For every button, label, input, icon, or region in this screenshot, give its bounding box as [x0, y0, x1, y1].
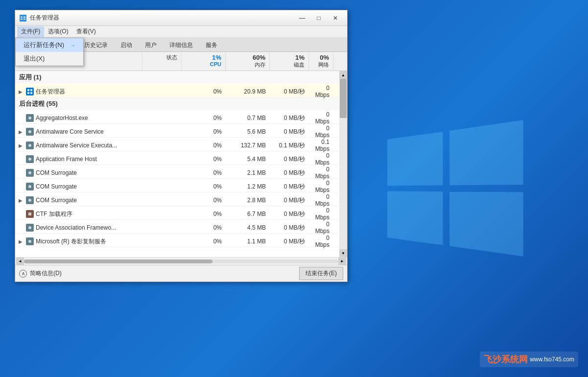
scroll-track[interactable] — [339, 79, 347, 249]
process-name-label: COM Surrogate — [36, 197, 77, 204]
svg-rect-5 — [27, 89, 29, 91]
network-cell: 0 Mbps — [309, 84, 333, 99]
table-container: 应用 (1) ▶ 任务管理器 0 — [15, 71, 347, 257]
table-row[interactable]: ▶ Antimalware Service Executa... 0% 132.… — [15, 138, 347, 151]
brief-info-button[interactable]: ∧ 简略信息(D) — [19, 269, 62, 278]
horizontal-scrollbar[interactable]: ◄ ► — [15, 257, 347, 265]
maximize-button[interactable]: □ — [311, 13, 327, 23]
statusbar: ∧ 简略信息(D) 结束任务(E) — [15, 265, 347, 282]
memory-cell: 2.8 MB — [226, 196, 270, 205]
expand-icon[interactable]: ▶ — [17, 143, 24, 148]
menu-view[interactable]: 查看(V) — [72, 26, 100, 37]
svg-point-10 — [28, 130, 31, 133]
process-name-label: COM Surrogate — [36, 169, 77, 176]
col-cpu[interactable]: 1% CPU — [182, 52, 226, 71]
cpu-cell: 0% — [182, 168, 226, 177]
table-row[interactable]: ▶ Antimalware Core Service 0% 5.6 MB 0 M… — [15, 124, 347, 138]
process-name-label: Microsoft (R) 卷影复制服务 — [36, 237, 106, 246]
process-icon — [26, 183, 34, 190]
table-row[interactable]: ▶ COM Surrogate 0% 2.8 MB 0 MB/秒 0 Mbps — [15, 192, 347, 206]
tab-users[interactable]: 用户 — [139, 39, 163, 51]
tab-startup[interactable]: 启动 — [114, 39, 139, 51]
memory-cell: 20.9 MB — [226, 87, 270, 96]
hscroll-track[interactable] — [24, 259, 338, 263]
hscroll-right-button[interactable]: ► — [338, 258, 346, 265]
tab-details[interactable]: 详细信息 — [163, 39, 199, 51]
cpu-cell: 0% — [182, 87, 226, 96]
svg-rect-16 — [28, 212, 31, 215]
minimize-button[interactable]: — — [294, 13, 310, 23]
process-icon — [26, 128, 34, 136]
scroll-thumb[interactable] — [340, 79, 347, 118]
disk-cell: 0.1 MB/秒 — [270, 141, 309, 151]
run-new-task-item[interactable]: 运行新任务(N) → — [16, 38, 83, 52]
brief-info-label: 简略信息(D) — [30, 269, 62, 278]
memory-cell: 0.7 MB — [226, 114, 270, 122]
hscroll-thumb[interactable] — [24, 259, 212, 263]
process-table: 应用 (1) ▶ 任务管理器 0 — [15, 71, 347, 257]
table-row[interactable]: ▶ COM Surrogate 0% 2.1 MB 0 MB/秒 0 Mbps — [15, 165, 347, 179]
memory-cell: 4.5 MB — [226, 223, 270, 232]
svg-rect-0 — [20, 15, 26, 22]
table-row[interactable]: ▶ COM Surrogate 0% 1.2 MB 0 MB/秒 0 Mbps — [15, 179, 347, 192]
disk-cell: 0 MB/秒 — [270, 182, 309, 192]
table-row[interactable]: ▶ CTF 加载程序 0% 6.7 MB 0 MB/秒 0 Mbps — [15, 206, 347, 220]
memory-cell: 132.7 MB — [226, 141, 270, 150]
file-dropdown: 运行新任务(N) → 退出(X) — [15, 38, 84, 66]
memory-cell: 2.1 MB — [226, 168, 270, 177]
svg-rect-6 — [30, 89, 32, 91]
close-button[interactable]: ✕ — [328, 13, 343, 23]
table-row[interactable]: ▶ AggregatorHost.exe 0% 0.7 MB 0 MB/秒 0 … — [15, 110, 347, 124]
menu-options[interactable]: 选项(O) — [44, 26, 72, 37]
tab-services[interactable]: 服务 — [199, 39, 224, 51]
run-new-arrow: → — [71, 43, 75, 48]
col-memory[interactable]: 60% 内存 — [226, 52, 270, 71]
vertical-scrollbar[interactable]: ▲ ▼ — [339, 71, 347, 257]
svg-point-12 — [28, 158, 31, 161]
process-name-label: Antimalware Service Executa... — [36, 142, 117, 149]
process-icon — [26, 237, 34, 245]
hscroll-left-button[interactable]: ◄ — [16, 258, 24, 265]
scroll-up-button[interactable]: ▲ — [339, 71, 347, 79]
svg-point-15 — [28, 199, 31, 202]
windows-logo — [387, 120, 524, 257]
expand-icon[interactable]: ▶ — [17, 89, 24, 94]
menubar: 文件(F) 选项(O) 查看(V) 运行新任务(N) → 退出(X) — [15, 26, 347, 38]
titlebar: 任务管理器 — □ ✕ — [15, 10, 347, 26]
process-icon — [26, 88, 34, 95]
expand-icon[interactable]: ▶ — [17, 129, 24, 135]
status-cell — [142, 199, 182, 201]
table-row[interactable]: ▶ Application Frame Host 0% 5.4 MB 0 MB/… — [15, 151, 347, 165]
process-icon — [26, 196, 34, 204]
disk-cell: 0 MB/秒 — [270, 195, 309, 206]
col-network[interactable]: 0% 网络 — [309, 52, 333, 71]
table-row[interactable]: ▶ 任务管理器 0% 20.9 MB 0 MB/秒 0 Mbps — [15, 84, 347, 97]
cpu-cell: 0% — [182, 237, 226, 246]
status-cell — [142, 158, 182, 160]
cpu-cell: 0% — [182, 127, 226, 136]
disk-cell: 0 MB/秒 — [270, 113, 309, 123]
expand-icon[interactable]: ▶ — [17, 239, 24, 244]
cpu-cell: 0% — [182, 155, 226, 164]
cpu-cell: 0% — [182, 141, 226, 150]
window-title: 任务管理器 — [30, 14, 294, 22]
exit-item[interactable]: 退出(X) — [16, 52, 83, 66]
cpu-cell: 0% — [182, 196, 226, 205]
table-row[interactable]: ▶ Device Association Framewo... 0% 4.5 M… — [15, 220, 347, 234]
scroll-down-button[interactable]: ▼ — [339, 249, 347, 257]
process-icon — [26, 210, 34, 218]
col-disk[interactable]: 1% 磁盘 — [270, 52, 309, 71]
svg-point-9 — [28, 117, 31, 119]
table-row[interactable]: ▶ Microsoft (R) 卷影复制服务 0% 1.1 MB 0 MB/秒 … — [15, 234, 347, 247]
svg-point-17 — [28, 226, 31, 229]
status-cell — [142, 186, 182, 188]
memory-cell: 6.7 MB — [226, 210, 270, 218]
status-cell — [142, 240, 182, 242]
taskmanager-window: 任务管理器 — □ ✕ 文件(F) 选项(O) 查看(V) 运行新任务(N) →… — [15, 10, 348, 282]
menu-file[interactable]: 文件(F) — [17, 26, 44, 37]
process-icon — [26, 155, 34, 163]
col-status[interactable]: 状态 — [142, 52, 182, 71]
expand-icon[interactable]: ▶ — [17, 198, 24, 203]
status-cell — [142, 213, 182, 215]
end-task-button[interactable]: 结束任务(E) — [299, 267, 343, 280]
